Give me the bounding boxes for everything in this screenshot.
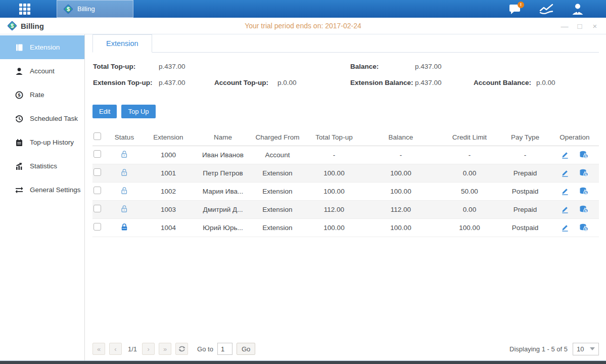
sidebar-item-scheduled-task[interactable]: Scheduled Task xyxy=(0,107,84,130)
cell-charged-from: Account xyxy=(249,146,306,164)
column-header-status: Status xyxy=(109,129,140,146)
apps-grid-icon[interactable] xyxy=(19,4,33,15)
edit-row-icon[interactable] xyxy=(561,151,569,159)
lock-open-icon xyxy=(120,152,128,160)
cell-total-topup: 100.00 xyxy=(306,164,362,182)
cell-name: Петр Петров xyxy=(197,164,249,182)
refresh-button[interactable] xyxy=(175,343,188,355)
chevron-down-icon xyxy=(590,347,595,350)
lock-open-icon xyxy=(120,189,128,196)
row-checkbox[interactable] xyxy=(94,187,101,194)
cell-total-topup: 100.00 xyxy=(306,182,362,200)
user-icon[interactable] xyxy=(570,3,586,16)
cell-name: Иван Иванов xyxy=(197,146,249,164)
sidebar-item-general-settings[interactable]: General Settings xyxy=(0,178,84,202)
column-header-charged-from: Charged From xyxy=(249,129,306,146)
cell-credit-limit: - xyxy=(439,146,500,164)
cell-name: Дмитрий Д... xyxy=(197,200,249,218)
sidebar-item-rate[interactable]: $ Rate xyxy=(0,83,84,107)
cell-pay-type: Postpaid xyxy=(500,182,550,200)
total-topup-value: p.437.00 xyxy=(159,63,185,70)
page-size-select[interactable]: 10 xyxy=(573,343,599,355)
row-checkbox[interactable] xyxy=(94,205,101,212)
edit-button[interactable]: Edit xyxy=(92,105,117,118)
go-button[interactable]: Go xyxy=(237,343,255,355)
sidebar-item-account[interactable]: Account xyxy=(0,59,84,83)
tab-extension[interactable]: Extension xyxy=(92,34,152,53)
sidebar-item-label: Rate xyxy=(30,91,44,99)
top-up-row-icon[interactable]: $ xyxy=(579,151,588,159)
column-header-name: Name xyxy=(197,129,249,146)
cell-balance: - xyxy=(362,146,439,164)
refresh-icon xyxy=(178,345,185,352)
minimize-icon[interactable]: — xyxy=(561,22,569,30)
maximize-icon[interactable]: □ xyxy=(576,22,584,30)
last-page-button[interactable]: » xyxy=(159,343,171,355)
top-up-row-icon[interactable]: $ xyxy=(579,187,588,195)
cell-balance: 112.00 xyxy=(362,200,439,218)
topbar: $ Billing ! xyxy=(0,0,606,18)
cell-total-topup: - xyxy=(306,146,362,164)
row-checkbox[interactable] xyxy=(94,168,101,176)
edit-row-icon[interactable] xyxy=(561,187,569,195)
extension-balance-label: Extension Balance: xyxy=(350,79,413,86)
sidebar: Extension Account $ Rate Scheduled Task xyxy=(0,34,85,360)
cell-extension: 1004 xyxy=(140,218,197,237)
row-checkbox[interactable] xyxy=(94,150,101,158)
billing-summary: Total Top-up: p.437.00 Balance: p.437.00… xyxy=(92,60,599,97)
cell-charged-from: Extension xyxy=(249,218,306,237)
column-header-extension: Extension xyxy=(140,129,197,146)
account-balance-label: Account Balance: xyxy=(474,79,531,86)
cell-pay-type: Prepaid xyxy=(500,164,550,182)
cell-charged-from: Extension xyxy=(249,182,306,200)
sidebar-item-topup-history[interactable]: Top-up History xyxy=(0,130,84,154)
cell-name: Мария Ива... xyxy=(197,182,249,200)
column-header-balance: Balance xyxy=(362,129,439,146)
balance-value: p.437.00 xyxy=(415,63,442,70)
sidebar-item-label: General Settings xyxy=(30,186,81,194)
topup-history-notepad-icon xyxy=(15,139,23,147)
account-person-icon xyxy=(15,67,23,75)
messages-icon[interactable]: ! xyxy=(507,3,523,16)
cell-credit-limit: 0.00 xyxy=(439,164,500,182)
next-page-button[interactable]: › xyxy=(142,343,155,355)
cell-pay-type: - xyxy=(500,146,550,164)
prev-page-button[interactable]: ‹ xyxy=(109,343,122,355)
goto-page-input[interactable] xyxy=(217,343,232,355)
edit-row-icon[interactable] xyxy=(561,169,569,177)
row-checkbox[interactable] xyxy=(94,223,101,231)
sidebar-item-label: Top-up History xyxy=(30,139,74,146)
close-icon[interactable]: × xyxy=(591,22,599,30)
select-all-checkbox[interactable] xyxy=(94,132,101,140)
cell-balance: 100.00 xyxy=(362,164,439,182)
first-page-button[interactable]: « xyxy=(92,343,105,355)
statistics-chart-icon[interactable] xyxy=(538,3,554,16)
table-row: 1004 Юрий Юрь... Extension 100.00 100.00… xyxy=(92,218,599,237)
billing-app-icon: $ xyxy=(63,4,73,14)
cell-extension: 1002 xyxy=(140,182,197,200)
cell-charged-from: Extension xyxy=(249,200,306,218)
table-row: 1002 Мария Ива... Extension 100.00 100.0… xyxy=(92,182,599,200)
cell-name: Юрий Юрь... xyxy=(197,218,249,237)
window-bottom-edge xyxy=(0,360,606,364)
top-up-row-icon[interactable]: $ xyxy=(579,223,588,232)
svg-text:$: $ xyxy=(18,92,21,98)
sidebar-item-extension[interactable]: Extension xyxy=(0,35,84,59)
top-up-row-icon[interactable]: $ xyxy=(579,205,588,213)
general-settings-sliders-icon xyxy=(15,186,23,194)
sidebar-item-label: Scheduled Task xyxy=(30,115,78,122)
edit-row-icon[interactable] xyxy=(561,223,569,232)
top-up-button[interactable]: Top Up xyxy=(121,105,155,118)
sidebar-item-statistics[interactable]: Statistics xyxy=(0,154,84,178)
column-header-credit-limit: Credit Limit xyxy=(439,129,500,146)
top-up-row-icon[interactable]: $ xyxy=(579,169,588,177)
table-row: 1003 Дмитрий Д... Extension 112.00 112.0… xyxy=(92,200,599,218)
edit-row-icon[interactable] xyxy=(561,205,569,213)
cell-pay-type: Postpaid xyxy=(500,218,550,237)
app-tab-billing[interactable]: $ Billing xyxy=(57,0,133,18)
notification-badge: ! xyxy=(518,2,524,8)
cell-balance: 100.00 xyxy=(362,182,439,200)
cell-credit-limit: 100.00 xyxy=(439,218,500,237)
account-topup-value: p.0.00 xyxy=(277,79,297,86)
extension-table: Status Extension Name Charged From Total… xyxy=(92,129,599,237)
